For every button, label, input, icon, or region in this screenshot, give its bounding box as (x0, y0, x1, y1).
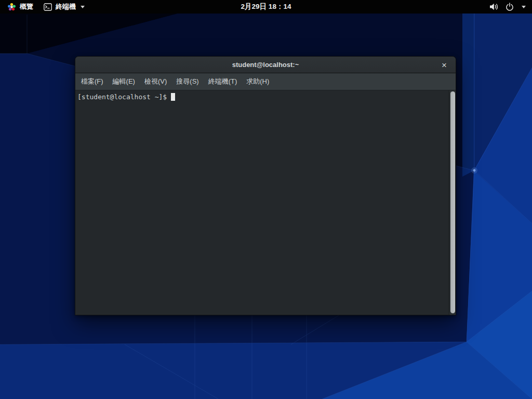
menu-search[interactable]: 搜尋(S) (171, 73, 203, 90)
volume-icon[interactable] (489, 3, 499, 11)
chevron-down-icon (81, 6, 85, 8)
window-title: student@localhost:~ (232, 61, 299, 69)
shell-prompt: [student@localhost ~]$ (77, 93, 167, 101)
window-titlebar[interactable]: student@localhost:~ × (75, 57, 456, 73)
overview-button[interactable]: 概覽 (0, 0, 38, 14)
scrollbar-thumb[interactable] (450, 91, 455, 313)
terminal-icon (44, 3, 52, 11)
chevron-down-icon (522, 6, 526, 8)
desktop: 概覽 終端機 2月29日 18：14 (0, 0, 532, 399)
terminal-line: [student@localhost ~]$ (75, 90, 456, 101)
terminal-window: student@localhost:~ × 檔案(F) 編輯(E) 檢視(V) … (75, 56, 456, 315)
menu-terminal[interactable]: 終端機(T) (204, 73, 242, 90)
app-menu-terminal[interactable]: 終端機 (38, 0, 90, 14)
applications-pinwheel-icon (7, 3, 16, 11)
menu-file[interactable]: 檔案(F) (76, 73, 108, 90)
scrollbar[interactable] (449, 90, 456, 315)
text-cursor (171, 93, 175, 101)
app-menu-label: 終端機 (56, 2, 76, 11)
menu-view[interactable]: 檢視(V) (140, 73, 171, 90)
menu-edit[interactable]: 編輯(E) (108, 73, 140, 90)
menu-help[interactable]: 求助(H) (242, 73, 274, 90)
power-icon[interactable] (506, 3, 514, 11)
top-bar: 概覽 終端機 2月29日 18：14 (0, 0, 532, 14)
close-icon: × (442, 61, 447, 70)
close-button[interactable]: × (437, 57, 451, 73)
menu-bar: 檔案(F) 編輯(E) 檢視(V) 搜尋(S) 終端機(T) 求助(H) (75, 73, 456, 90)
overview-label: 概覽 (20, 2, 33, 11)
terminal-content[interactable]: [student@localhost ~]$ (75, 90, 456, 315)
